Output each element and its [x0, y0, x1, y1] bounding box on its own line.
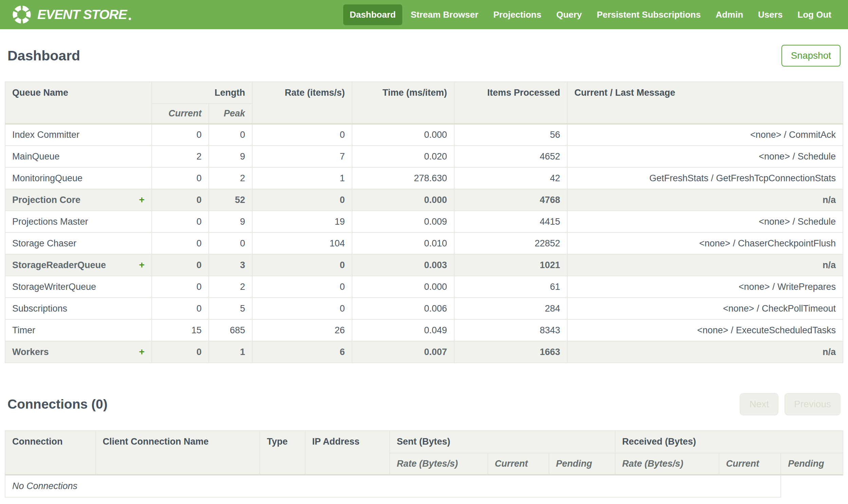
page-header: Dashboard Snapshot: [7, 45, 841, 67]
queue-items-processed: 22852: [454, 233, 567, 254]
nav-item-persistent-subscriptions[interactable]: Persistent Subscriptions: [590, 4, 707, 25]
col-sent-bytes: Sent (Bytes): [390, 431, 615, 453]
queue-row-projection-core: Projection Core+05200.0004768n/a: [5, 189, 843, 211]
queue-rate: 7: [252, 146, 352, 167]
top-nav: EVENT STORE DashboardStream BrowserProje…: [0, 0, 848, 29]
queue-items-processed: 1021: [454, 254, 567, 276]
queue-message: <none> / WritePrepares: [567, 276, 843, 298]
queue-row-storagewriterqueue: StorageWriterQueue0200.00061<none> / Wri…: [5, 276, 843, 298]
col-length-peak: Peak: [209, 104, 252, 124]
queue-row-monitoringqueue: MonitoringQueue021278.63042GetFreshStats…: [5, 167, 843, 189]
queue-rate: 104: [252, 233, 352, 254]
queue-name: Workers+: [5, 341, 152, 363]
queue-items-processed: 56: [454, 124, 567, 146]
pager: Next Previous: [740, 393, 841, 415]
queue-message: <none> / ChaserCheckpointFlush: [567, 233, 843, 254]
next-button[interactable]: Next: [740, 393, 778, 415]
queue-name-label: MonitoringQueue: [12, 173, 83, 184]
queue-length-peak: 0: [209, 233, 252, 254]
queue-items-processed: 4415: [454, 211, 567, 233]
brand-name: EVENT STORE: [37, 7, 131, 22]
queue-time: 0.000: [352, 124, 454, 146]
queue-name-label: Projection Core: [12, 195, 80, 205]
previous-button[interactable]: Previous: [784, 393, 841, 415]
queue-length-current: 0: [152, 211, 209, 233]
page-title: Dashboard: [7, 48, 80, 64]
queue-length-current: 0: [152, 341, 209, 363]
eventstore-brand[interactable]: EVENT STORE: [12, 5, 131, 24]
queue-name: MainQueue: [5, 146, 152, 167]
queue-items-processed: 284: [454, 298, 567, 319]
nav-item-log-out[interactable]: Log Out: [791, 4, 838, 25]
queue-length-current: 0: [152, 124, 209, 146]
queue-row-storagereaderqueue: StorageReaderQueue+0300.0031021n/a: [5, 254, 843, 276]
queue-name-label: Projections Master: [12, 217, 88, 227]
queue-time: 0.049: [352, 319, 454, 341]
queue-rate: 0: [252, 254, 352, 276]
queue-time: 0.006: [352, 298, 454, 319]
queue-length-current: 0: [152, 276, 209, 298]
nav-item-users[interactable]: Users: [752, 4, 789, 25]
col-length-current: Current: [152, 104, 209, 124]
col-sent-rate: Rate (Bytes/s): [390, 453, 488, 475]
queue-name: Timer: [5, 319, 152, 341]
col-received-bytes: Received (Bytes): [615, 431, 843, 453]
queue-name: Subscriptions: [5, 298, 152, 319]
queue-message: GetFreshStats / GetFreshTcpConnectionSta…: [567, 167, 843, 189]
queue-time: 0.009: [352, 211, 454, 233]
expand-icon[interactable]: +: [139, 346, 145, 357]
queue-row-index-committer: Index Committer0000.00056<none> / Commit…: [5, 124, 843, 146]
queue-items-processed: 61: [454, 276, 567, 298]
queue-length-peak: 685: [209, 319, 252, 341]
queue-time: 0.020: [352, 146, 454, 167]
queue-row-subscriptions: Subscriptions0500.006284<none> / CheckPo…: [5, 298, 843, 319]
queue-items-processed: 4768: [454, 189, 567, 211]
queue-message: <none> / CommitAck: [567, 124, 843, 146]
queue-length-current: 0: [152, 298, 209, 319]
queue-length-current: 0: [152, 167, 209, 189]
nav-item-query[interactable]: Query: [550, 4, 588, 25]
queue-row-projections-master: Projections Master09190.0094415<none> / …: [5, 211, 843, 233]
queue-length-peak: 1: [209, 341, 252, 363]
main-content: Dashboard Snapshot Queue Name Length Rat…: [0, 45, 848, 504]
col-received-rate: Rate (Bytes/s): [615, 453, 719, 475]
queue-table-body: Index Committer0000.00056<none> / Commit…: [5, 124, 843, 363]
nav-item-dashboard[interactable]: Dashboard: [343, 4, 402, 25]
queue-row-timer: Timer15685260.0498343<none> / ExecuteSch…: [5, 319, 843, 341]
queue-rate: 19: [252, 211, 352, 233]
expand-icon[interactable]: +: [139, 259, 145, 270]
queue-name-label: Subscriptions: [12, 303, 67, 314]
col-ip-address: IP Address: [305, 431, 390, 475]
col-type: Type: [260, 431, 305, 475]
queue-length-peak: 52: [209, 189, 252, 211]
queue-time: 0.000: [352, 276, 454, 298]
queue-message: <none> / Schedule: [567, 211, 843, 233]
queue-name-label: StorageWriterQueue: [12, 282, 96, 292]
queue-items-processed: 8343: [454, 319, 567, 341]
col-rate: Rate (items/s): [252, 82, 352, 124]
queue-rate: 26: [252, 319, 352, 341]
no-connections-cell: No Connections: [5, 475, 781, 497]
queue-message: n/a: [567, 341, 843, 363]
queue-rate: 0: [252, 124, 352, 146]
snapshot-button[interactable]: Snapshot: [781, 45, 841, 67]
queue-length-current: 0: [152, 233, 209, 254]
queue-name-label: StorageReaderQueue: [12, 260, 106, 270]
queue-items-processed: 1663: [454, 341, 567, 363]
queue-row-mainqueue: MainQueue2970.0204652<none> / Schedule: [5, 146, 843, 167]
expand-icon[interactable]: +: [139, 195, 145, 205]
queue-row-storage-chaser: Storage Chaser001040.01022852<none> / Ch…: [5, 233, 843, 254]
col-length: Length: [152, 82, 252, 104]
eventstore-logo-icon: [12, 5, 31, 24]
col-received-pending: Pending: [781, 453, 843, 475]
col-items-processed: Items Processed: [454, 82, 567, 124]
nav-item-admin[interactable]: Admin: [709, 4, 750, 25]
nav-menu: DashboardStream BrowserProjectionsQueryP…: [343, 4, 838, 25]
queue-message: n/a: [567, 254, 843, 276]
queue-length-peak: 2: [209, 276, 252, 298]
queue-time: 0.010: [352, 233, 454, 254]
connections-title: Connections (0): [7, 397, 108, 412]
nav-item-projections[interactable]: Projections: [487, 4, 548, 25]
queue-time: 0.003: [352, 254, 454, 276]
nav-item-stream-browser[interactable]: Stream Browser: [404, 4, 485, 25]
